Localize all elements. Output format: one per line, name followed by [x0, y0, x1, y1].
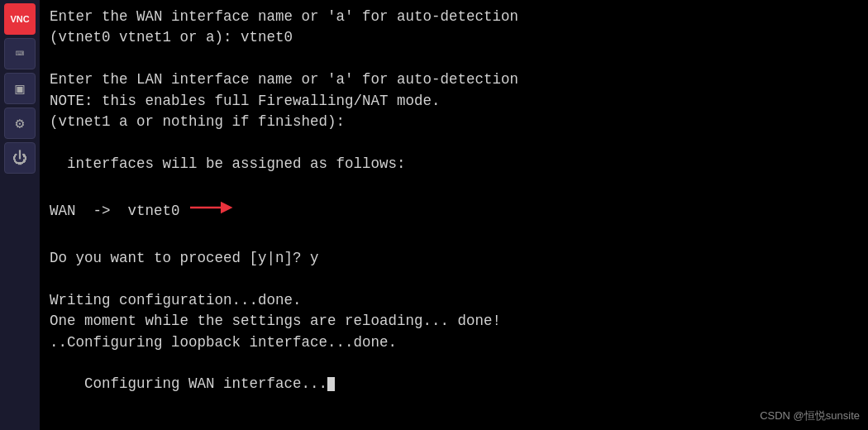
terminal-line-7: [50, 132, 858, 153]
terminal-cursor: [327, 377, 335, 391]
display-button[interactable]: ▣: [4, 73, 36, 104]
terminal-line-5: NOTE: this enables full Firewalling/NAT …: [50, 91, 858, 112]
terminal-line-4: Enter the LAN interface name or 'a' for …: [50, 69, 858, 90]
terminal-line-16: ..Configuring loopback interface...done.: [50, 332, 858, 353]
terminal-line-17: Configuring WAN interface...: [50, 353, 858, 416]
terminal-line-6: (vtnet1 a or nothing if finished):: [50, 112, 858, 132]
terminal-line-12: Do you want to proceed [y|n]? y: [50, 248, 858, 269]
terminal-line-1: Enter the WAN interface name or 'a' for …: [50, 7, 858, 27]
terminal-screen: Enter the WAN interface name or 'a' for …: [40, 0, 868, 430]
settings-button[interactable]: ⚙: [4, 108, 36, 139]
terminal-line-3: [50, 49, 858, 69]
red-arrow-icon: [187, 198, 236, 223]
terminal-line-15: One moment while the settings are reload…: [50, 311, 858, 332]
terminal-line-13: [50, 270, 858, 290]
watermark: CSDN @恒悦sunsite: [760, 408, 860, 423]
terminal-line-2: (vtnet0 vtnet1 or a): vtnet0: [50, 27, 858, 48]
terminal-line-9: [50, 174, 858, 195]
keyboard-button[interactable]: ⌨: [4, 38, 36, 69]
terminal-line-8: interfaces will be assigned as follows:: [50, 154, 858, 174]
power-button[interactable]: ⏻: [4, 142, 36, 174]
vnc-logo: VNC: [4, 3, 36, 35]
wan-text: WAN -> vtnet0: [50, 201, 180, 222]
wan-assignment-line: WAN -> vtnet0: [50, 198, 858, 223]
terminal-line-14: Writing configuration...done.: [50, 290, 858, 311]
terminal-line-11: [50, 227, 858, 248]
vnc-sidebar: VNC ⌨ ▣ ⚙ ⏻: [0, 0, 40, 430]
